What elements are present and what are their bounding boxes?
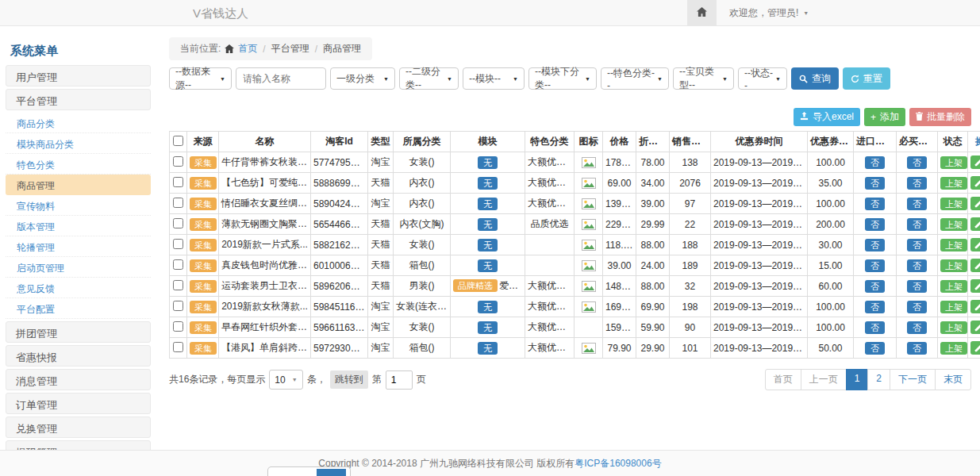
import-select-toggle[interactable]: 否 — [865, 156, 885, 169]
batch-delete-button[interactable]: 批量删除 — [909, 108, 971, 126]
status-button[interactable]: 上架 — [940, 259, 967, 272]
edit-button[interactable] — [970, 321, 980, 334]
sidebar-item-feature-category[interactable]: 特色分类 — [6, 154, 151, 175]
icp-link[interactable]: 粤ICP备16098006号 — [575, 457, 661, 470]
import-select-toggle[interactable]: 否 — [865, 342, 885, 355]
operations-cell — [968, 173, 980, 194]
must-buy-toggle[interactable]: 否 — [907, 177, 927, 190]
sidebar-item-goods-management[interactable]: 商品管理 — [6, 175, 151, 195]
filter-select-level1-category[interactable]: 一级分类▼ — [330, 67, 395, 90]
import-select-toggle[interactable]: 否 — [865, 301, 885, 313]
edit-button[interactable] — [970, 259, 980, 272]
pager-button-1[interactable]: 1 — [846, 369, 869, 390]
sidebar-item-carousel-management[interactable]: 轮播管理 — [6, 236, 151, 257]
edit-button[interactable] — [970, 155, 980, 169]
status-button[interactable]: 上架 — [940, 301, 967, 313]
sidebar-group-group-buy[interactable]: 拼团管理 — [6, 321, 151, 343]
import-select-toggle[interactable]: 否 — [865, 321, 885, 334]
chevron-down-icon: ▼ — [447, 76, 452, 82]
pager-button-2[interactable]: 2 — [867, 369, 890, 390]
edit-button[interactable] — [970, 176, 980, 190]
sidebar-group-message[interactable]: 消息管理 — [6, 369, 151, 390]
jump-button[interactable]: 跳转到 — [330, 370, 368, 389]
name-search-input[interactable] — [236, 67, 326, 90]
must-buy-toggle[interactable]: 否 — [907, 218, 927, 231]
sidebar-group-exchange[interactable]: 兑换管理 — [6, 416, 151, 438]
edit-button[interactable] — [970, 238, 980, 251]
sidebar-item-promo-material[interactable]: 宣传物料 — [6, 195, 151, 216]
must-buy-toggle[interactable]: 否 — [907, 198, 927, 210]
sidebar-group-user[interactable]: 用户管理 — [6, 65, 151, 86]
page-number-input[interactable] — [386, 370, 413, 390]
discount-price: 34.00 — [636, 173, 670, 194]
sidebar-item-splash-management[interactable]: 启动页管理 — [6, 257, 151, 278]
import-select-toggle[interactable]: 否 — [865, 259, 885, 272]
sidebar-item-version-management[interactable]: 版本管理 — [6, 216, 151, 236]
row-checkbox[interactable] — [173, 280, 183, 290]
row-checkbox[interactable] — [173, 198, 183, 208]
per-page-select[interactable]: 10 ▼ — [269, 370, 302, 390]
must-buy-toggle[interactable]: 否 — [907, 342, 927, 355]
filter-select-module-subcategory[interactable]: --模块下分类--▼ — [528, 67, 597, 90]
breadcrumb-home-link[interactable]: 首页 — [238, 42, 257, 56]
must-buy-toggle[interactable]: 否 — [907, 259, 927, 272]
status-button[interactable]: 上架 — [940, 198, 967, 210]
sidebar-group-order[interactable]: 订单管理 — [6, 393, 151, 414]
add-button[interactable]: + 添加 — [864, 108, 905, 126]
filter-select-level2-category[interactable]: --二级分类--▼ — [399, 67, 459, 90]
must-buy-toggle[interactable]: 否 — [907, 321, 927, 334]
query-button[interactable]: 查询 — [791, 67, 839, 90]
status-button[interactable]: 上架 — [940, 321, 967, 334]
user-menu[interactable]: 欢迎您，管理员! ▼ — [717, 0, 821, 26]
status-button[interactable]: 上架 — [940, 239, 967, 251]
select-all-checkbox[interactable] — [173, 136, 183, 146]
sidebar-item-module-goods-category[interactable]: 模块商品分类 — [6, 133, 151, 154]
import-select-toggle[interactable]: 否 — [865, 177, 885, 190]
pager-button-末页[interactable]: 末页 — [935, 369, 971, 390]
status-button[interactable]: 上架 — [940, 177, 967, 190]
sidebar-item-platform-config[interactable]: 平台配置 — [6, 298, 151, 319]
filter-select-feature-category[interactable]: --特色分类--▼ — [601, 67, 669, 90]
sidebar-item-feedback[interactable]: 意见反馈 — [6, 278, 151, 298]
pager-button-下一页[interactable]: 下一页 — [890, 369, 936, 390]
sidebar-group-platform[interactable]: 平台管理 — [6, 89, 151, 110]
status-button[interactable]: 上架 — [940, 218, 967, 231]
import-select-toggle[interactable]: 否 — [865, 198, 885, 210]
row-checkbox[interactable] — [173, 321, 183, 332]
import-select-toggle[interactable]: 否 — [865, 280, 885, 293]
filter-select-status[interactable]: --状态--▼ — [738, 67, 787, 90]
reset-button[interactable]: 重置 — [843, 67, 890, 90]
edit-button[interactable] — [970, 300, 980, 313]
status-button[interactable]: 上架 — [940, 342, 967, 355]
row-checkbox[interactable] — [173, 218, 183, 228]
import-select-toggle[interactable]: 否 — [865, 218, 885, 231]
filter-select-data-source[interactable]: --数据来源--▼ — [169, 67, 232, 90]
edit-button[interactable] — [970, 341, 980, 355]
must-buy-toggle[interactable]: 否 — [907, 280, 927, 293]
status-button[interactable]: 上架 — [940, 280, 967, 293]
edit-button[interactable] — [970, 217, 980, 231]
pager-button-上一页[interactable]: 上一页 — [801, 369, 847, 390]
must-buy-toggle[interactable]: 否 — [907, 301, 927, 313]
edit-button[interactable] — [970, 279, 980, 293]
row-checkbox[interactable] — [173, 239, 183, 249]
price: 169.90 — [603, 297, 636, 317]
import-select-toggle[interactable]: 否 — [865, 239, 885, 251]
row-checkbox[interactable] — [173, 156, 183, 167]
status-button[interactable]: 上架 — [940, 156, 967, 169]
home-button[interactable] — [687, 0, 717, 26]
filter-select-item-type[interactable]: --宝贝类型--▼ — [673, 67, 734, 90]
row-checkbox[interactable] — [173, 259, 183, 270]
row-checkbox[interactable] — [173, 301, 183, 311]
sidebar-item-goods-category[interactable]: 商品分类 — [6, 113, 151, 133]
edit-button[interactable] — [970, 197, 980, 210]
must-buy-toggle[interactable]: 否 — [907, 239, 927, 251]
sidebar-group-save-express[interactable]: 省惠快报 — [6, 345, 151, 367]
row-checkbox[interactable] — [173, 342, 183, 352]
pager-button-首页[interactable]: 首页 — [765, 369, 801, 390]
row-checkbox[interactable] — [173, 177, 183, 187]
import-excel-button[interactable]: 导入excel — [794, 108, 860, 126]
must-buy-toggle[interactable]: 否 — [907, 156, 927, 169]
shop-type: 淘宝 — [368, 338, 394, 359]
filter-select-module[interactable]: --模块--▼ — [463, 67, 525, 90]
